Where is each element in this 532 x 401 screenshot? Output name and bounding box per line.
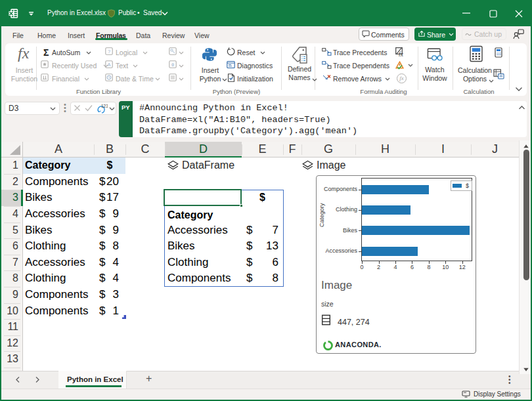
- svg-text:?: ?: [108, 49, 110, 54]
- svg-text:fx: fx: [399, 51, 404, 57]
- svg-text:θ: θ: [171, 62, 174, 68]
- svg-text:123: 123: [101, 104, 108, 108]
- svg-text:A: A: [107, 62, 110, 68]
